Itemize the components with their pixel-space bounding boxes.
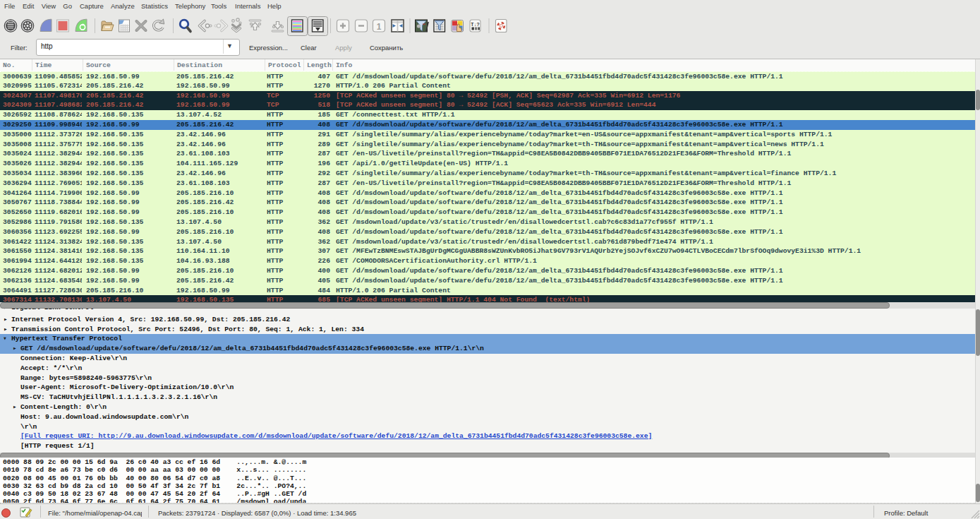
svg-text:T↓?: T↓? bbox=[471, 22, 480, 28]
svg-text:1: 1 bbox=[377, 22, 382, 32]
